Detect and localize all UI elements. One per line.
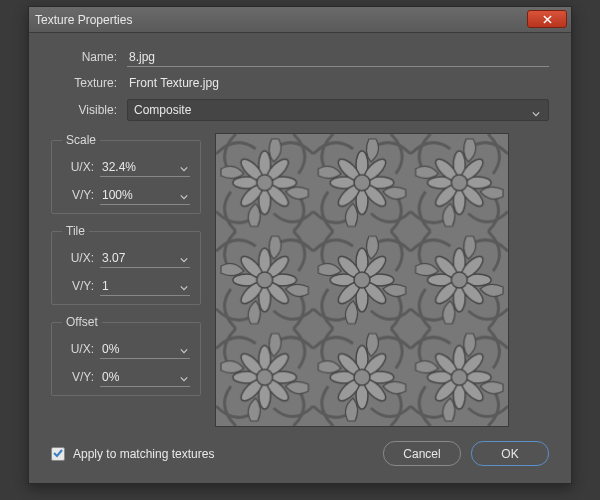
tile-legend: Tile (62, 224, 89, 238)
name-label: Name: (51, 50, 117, 64)
scale-ux-row: U/X: 32.4% (62, 157, 190, 177)
offset-group: Offset U/X: 0% V/Y: 0% (51, 315, 201, 396)
offset-vy-row: V/Y: 0% (62, 367, 190, 387)
offset-vy-value: 0% (102, 370, 119, 384)
scale-ux-input[interactable]: 32.4% (100, 157, 190, 177)
offset-ux-row: U/X: 0% (62, 339, 190, 359)
tile-vy-label: V/Y: (62, 279, 94, 293)
visible-row: Visible: Composite (51, 99, 549, 121)
check-icon (53, 447, 63, 461)
offset-vy-input[interactable]: 0% (100, 367, 190, 387)
scale-ux-value: 32.4% (102, 160, 136, 174)
visible-label: Visible: (51, 103, 117, 117)
texture-preview (215, 133, 509, 427)
scale-vy-input[interactable]: 100% (100, 185, 190, 205)
tile-group: Tile U/X: 3.07 V/Y: 1 (51, 224, 201, 305)
ok-button[interactable]: OK (471, 441, 549, 466)
offset-legend: Offset (62, 315, 102, 329)
chevron-down-icon (180, 372, 188, 386)
tile-vy-value: 1 (102, 279, 109, 293)
apply-checkbox[interactable] (51, 447, 65, 461)
texture-value: Front Texture.jpg (127, 73, 549, 93)
left-panel: Scale U/X: 32.4% V/Y: 100% (51, 133, 201, 427)
scale-ux-label: U/X: (62, 160, 94, 174)
offset-ux-label: U/X: (62, 342, 94, 356)
scale-vy-row: V/Y: 100% (62, 185, 190, 205)
offset-ux-input[interactable]: 0% (100, 339, 190, 359)
name-input[interactable] (127, 47, 549, 67)
chevron-down-icon (180, 281, 188, 295)
texture-preview-image (216, 134, 508, 426)
scale-legend: Scale (62, 133, 100, 147)
chevron-down-icon (180, 253, 188, 267)
chevron-down-icon (532, 107, 540, 121)
texture-label: Texture: (51, 76, 117, 90)
svg-rect-10 (216, 134, 508, 426)
texture-row: Texture: Front Texture.jpg (51, 73, 549, 93)
close-icon (543, 10, 552, 28)
chevron-down-icon (180, 344, 188, 358)
visible-select[interactable]: Composite (127, 99, 549, 121)
dialog-content: Name: Texture: Front Texture.jpg Visible… (29, 33, 571, 476)
apply-label: Apply to matching textures (73, 447, 373, 461)
tile-vy-input[interactable]: 1 (100, 276, 190, 296)
titlebar: Texture Properties (29, 7, 571, 33)
offset-vy-label: V/Y: (62, 370, 94, 384)
tile-vy-row: V/Y: 1 (62, 276, 190, 296)
name-row: Name: (51, 47, 549, 67)
footer: Apply to matching textures Cancel OK (51, 441, 549, 466)
cancel-button[interactable]: Cancel (383, 441, 461, 466)
main-area: Scale U/X: 32.4% V/Y: 100% (51, 133, 549, 427)
tile-ux-label: U/X: (62, 251, 94, 265)
scale-group: Scale U/X: 32.4% V/Y: 100% (51, 133, 201, 214)
tile-ux-input[interactable]: 3.07 (100, 248, 190, 268)
texture-properties-dialog: Texture Properties Name: Texture: Front … (28, 6, 572, 484)
window-title: Texture Properties (35, 13, 132, 27)
scale-vy-label: V/Y: (62, 188, 94, 202)
tile-ux-row: U/X: 3.07 (62, 248, 190, 268)
tile-ux-value: 3.07 (102, 251, 125, 265)
offset-ux-value: 0% (102, 342, 119, 356)
visible-select-value: Composite (134, 103, 191, 117)
chevron-down-icon (180, 162, 188, 176)
scale-vy-value: 100% (102, 188, 133, 202)
close-button[interactable] (527, 10, 567, 28)
chevron-down-icon (180, 190, 188, 204)
